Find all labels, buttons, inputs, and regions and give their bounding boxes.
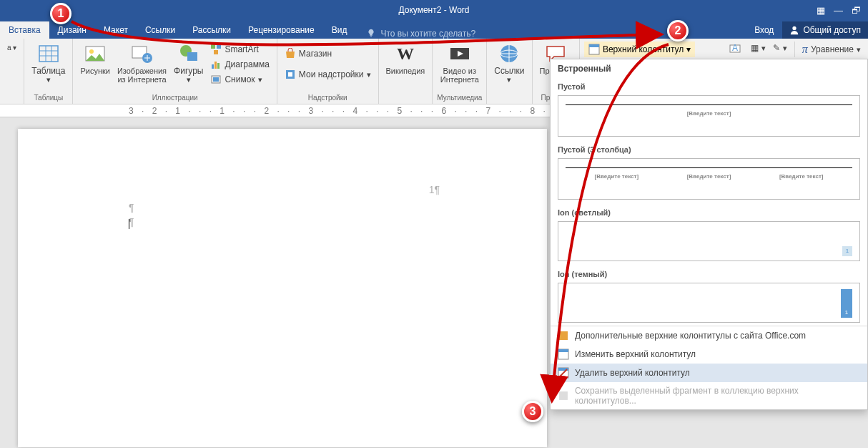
shapes-label: Фигуры▾ <box>174 67 203 84</box>
ribbon-display-icon[interactable]: ▦ <box>817 5 825 16</box>
office-icon <box>558 330 569 341</box>
tab-insert[interactable]: Вставка <box>0 21 49 39</box>
pictures-icon <box>84 42 107 65</box>
preview-ion-light[interactable]: 1 <box>558 221 860 261</box>
shapes-icon <box>177 42 200 65</box>
svg-rect-31 <box>558 349 568 352</box>
header-dropdown-button[interactable]: Верхний колонтитул ▾ <box>584 42 695 57</box>
sign-in-link[interactable]: Вход <box>746 21 782 39</box>
ribbon-tabs: Вставка Дизайн Макет Ссылки Рассылки Рец… <box>0 20 868 39</box>
preview-3col[interactable]: [Введите текст] [Введите текст] [Введите… <box>558 158 860 200</box>
gallery-heading: Встроенный <box>551 59 867 77</box>
tab-view[interactable]: Вид <box>323 21 356 39</box>
svg-point-7 <box>89 49 94 54</box>
share-icon <box>789 25 799 35</box>
screenshot-button[interactable]: Снимок ▾ <box>207 72 272 87</box>
links-label: Ссылки▾ <box>494 67 524 84</box>
svg-rect-29 <box>559 331 568 340</box>
svg-rect-13 <box>217 44 221 49</box>
wikipedia-label: Википедия <box>386 67 425 75</box>
edit-header-label: Изменить верхний колонтитул <box>575 349 696 359</box>
chart-label: Диаграмма <box>225 59 269 69</box>
equation-button[interactable]: π Уравнение ▾ <box>799 42 864 57</box>
edit-header-icon <box>558 349 569 360</box>
svg-point-0 <box>793 26 797 30</box>
wordart-button[interactable]: ✎▾ <box>770 42 790 54</box>
remove-header[interactable]: Удалить верхний колонтитул <box>551 364 867 382</box>
svg-rect-15 <box>212 64 214 69</box>
table-label: Таблица▾ <box>31 67 65 84</box>
edit-header[interactable]: Изменить верхний колонтитул <box>551 345 867 364</box>
chart-icon <box>210 59 222 70</box>
lightbulb-icon <box>366 29 376 39</box>
page[interactable]: 1¶ ¶ ¶ <box>18 129 547 447</box>
chevron-down-icon: ▾ <box>686 44 691 54</box>
header-icon <box>588 44 600 55</box>
screenshot-icon <box>210 74 222 85</box>
addins-icon <box>285 69 296 80</box>
remove-header-label: Удалить верхний колонтитул <box>575 368 690 378</box>
svg-rect-1 <box>39 46 58 62</box>
links-button[interactable]: Ссылки▾ <box>491 41 527 104</box>
save-selection-label: Сохранить выделенный фрагмент в коллекци… <box>575 386 860 406</box>
smartart-icon <box>210 44 222 55</box>
remove-header-icon <box>558 367 569 379</box>
equation-label: Уравнение <box>811 44 854 54</box>
tab-design[interactable]: Дизайн <box>49 21 95 39</box>
tab-references[interactable]: Ссылки <box>137 21 184 39</box>
paragraph-mark: ¶ <box>129 216 134 228</box>
tab-review[interactable]: Рецензирование <box>240 21 323 39</box>
svg-rect-35 <box>559 391 568 400</box>
store-button[interactable]: Магазин <box>282 47 374 61</box>
header-label: Верхний колонтитул <box>603 44 684 54</box>
save-selection-header: Сохранить выделенный фрагмент в коллекци… <box>551 382 867 409</box>
textbox-button[interactable]: A <box>726 42 744 56</box>
preview-placeholder: [Введите текст] <box>779 173 824 180</box>
wikipedia-button[interactable]: W Википедия <box>383 41 428 104</box>
more-headers-online[interactable]: Дополнительные верхние колонтитулы с сай… <box>551 326 867 345</box>
tab-mailings[interactable]: Рассылки <box>184 21 240 39</box>
quickparts-button[interactable]: ▦▾ <box>748 42 769 54</box>
save-gallery-icon <box>558 390 569 401</box>
store-label: Магазин <box>299 49 332 59</box>
wikipedia-icon: W <box>394 42 417 65</box>
preview-blank[interactable]: [Введите текст] <box>558 95 860 137</box>
group-illustrations-label: Иллюстрации <box>73 92 276 103</box>
share-button[interactable]: Общий доступ <box>782 21 868 39</box>
svg-rect-14 <box>214 50 218 54</box>
quickparts-icon: ▦ <box>751 43 759 53</box>
text-cursor <box>129 219 129 229</box>
callout-3: 3 <box>522 401 543 422</box>
maximize-icon[interactable]: 🗗 <box>852 5 861 16</box>
my-addins-button[interactable]: Мои надстройки ▾ <box>282 67 374 82</box>
header-gallery-dropdown: Встроенный Пустой [Введите текст] Пустой… <box>550 59 868 410</box>
chart-button[interactable]: Диаграмма <box>207 57 272 72</box>
paragraph-mark: ¶ <box>129 202 134 213</box>
page-number: 1¶ <box>429 184 440 195</box>
share-label: Общий доступ <box>803 25 861 35</box>
title-bar: Документ2 - Word ▦ — 🗗 <box>0 0 868 20</box>
callout-1: 1 <box>50 3 71 24</box>
smartart-label: SmartArt <box>225 44 258 54</box>
smartart-button[interactable]: SmartArt <box>207 42 272 57</box>
svg-rect-26 <box>589 44 599 47</box>
preview-ion-dark[interactable]: 1 <box>558 283 860 323</box>
preview-placeholder: [Введите текст] <box>687 173 731 180</box>
svg-rect-17 <box>217 63 220 69</box>
window-title: Документ2 - Word <box>398 5 469 15</box>
video-icon <box>448 42 471 65</box>
group-addins-label: Надстройки <box>277 92 378 103</box>
equation-icon: π <box>802 43 808 56</box>
group-tables-label: Таблицы <box>24 92 72 103</box>
group-media-label: Мультимедиа <box>433 92 486 103</box>
tell-me-placeholder: Что вы хотите сделать? <box>380 29 475 39</box>
preview-placeholder: [Введите текст] <box>595 173 639 180</box>
my-addins-label: Мои надстройки <box>299 69 364 79</box>
tell-me-search[interactable]: Что вы хотите сделать? <box>366 29 475 39</box>
tab-layout[interactable]: Макет <box>95 21 137 39</box>
link-icon <box>498 42 521 65</box>
more-headers-label: Дополнительные верхние колонтитулы с сай… <box>575 331 806 341</box>
gallery-section-ion-light: Ion (светлый) <box>551 203 867 220</box>
pages-dropdown[interactable]: а ▾ <box>4 42 19 53</box>
minimize-icon[interactable]: — <box>834 5 843 16</box>
